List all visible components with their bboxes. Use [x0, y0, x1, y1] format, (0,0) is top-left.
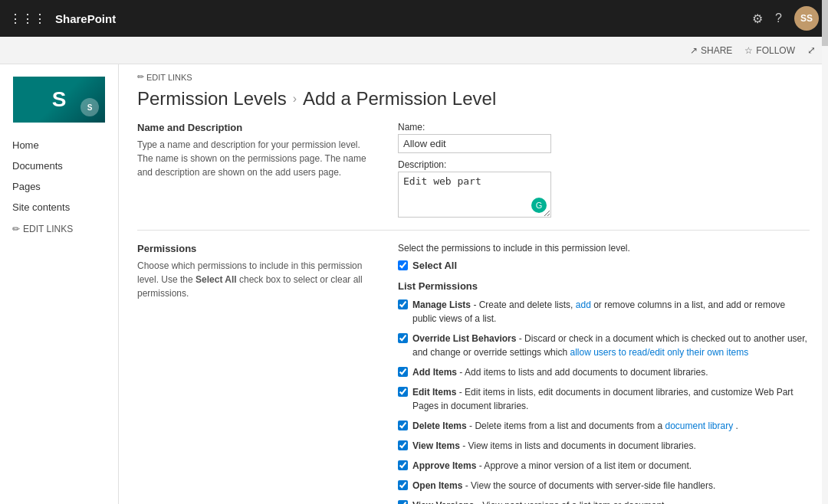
- perm-form-left: Permissions Choose which permissions to …: [137, 243, 367, 504]
- help-icon[interactable]: ?: [775, 11, 782, 25]
- view-versions-checkbox[interactable]: [398, 500, 408, 504]
- top-nav-left: ⋮⋮⋮ SharePoint: [9, 11, 116, 26]
- select-all-checkbox[interactable]: [398, 260, 408, 270]
- sidebar-item-documents[interactable]: Documents: [0, 155, 118, 176]
- breadcrumb: ✏ EDIT LINKS: [119, 64, 828, 85]
- follow-button[interactable]: ☆ FOLLOW: [744, 45, 795, 56]
- pencil-small-icon: ✏: [137, 72, 144, 82]
- share-icon: ↗: [690, 45, 698, 56]
- perm-item-delete-items: Delete Items - Delete items from a list …: [398, 419, 810, 433]
- app-name: SharePoint: [55, 12, 116, 25]
- open-items-checkbox[interactable]: [398, 480, 408, 490]
- expand-icon[interactable]: ⤢: [807, 44, 816, 56]
- name-label: Name:: [398, 122, 810, 133]
- perm-item-view-items: View Items - View items in lists and doc…: [398, 439, 810, 453]
- top-nav-right: ⚙ ? SS: [752, 6, 819, 31]
- site-logo: S S: [13, 77, 105, 123]
- sidebar: S S Home Documents Pages Site contents ✏…: [0, 64, 119, 504]
- sidebar-item-pages[interactable]: Pages: [0, 176, 118, 197]
- permissions-form-layout: Permissions Choose which permissions to …: [119, 243, 828, 504]
- page-title: Permission Levels › Add a Permission Lev…: [119, 85, 828, 122]
- edit-items-checkbox[interactable]: [398, 387, 408, 397]
- perm-item-open-items: Open Items - View the source of document…: [398, 479, 810, 493]
- perm-item-manage-lists: Manage Lists - Create and delete lists, …: [398, 298, 810, 326]
- perm-item-add-items: Add Items - Add items to lists and add d…: [398, 365, 810, 379]
- select-intro: Select the permissions to include in thi…: [398, 243, 810, 254]
- manage-lists-link[interactable]: add: [576, 299, 591, 310]
- select-all-row: Select All: [398, 260, 810, 271]
- perm-form-right: Select the permissions to include in thi…: [398, 243, 810, 504]
- perm-section-title: Permissions: [137, 243, 367, 254]
- add-items-checkbox[interactable]: [398, 367, 408, 377]
- pencil-icon: ✏: [12, 224, 20, 234]
- manage-lists-checkbox[interactable]: [398, 299, 408, 309]
- name-input[interactable]: [398, 134, 551, 153]
- delete-items-link[interactable]: document library: [665, 421, 733, 431]
- delete-items-checkbox[interactable]: [398, 421, 408, 430]
- select-all-bold: Select All: [196, 274, 237, 285]
- form-divider: [137, 230, 810, 231]
- list-perms-title: List Permissions: [398, 280, 810, 292]
- grammar-icon[interactable]: G: [531, 198, 547, 213]
- edit-links-button[interactable]: ✏ EDIT LINKS: [137, 72, 192, 82]
- sidebar-nav: Home Documents Pages Site contents: [0, 135, 118, 218]
- waffle-icon[interactable]: ⋮⋮⋮: [9, 11, 46, 26]
- site-logo-overlay: S: [80, 98, 99, 116]
- perm-item-view-versions: View Versions - View past versions of a …: [398, 499, 810, 504]
- top-navigation: ⋮⋮⋮ SharePoint ⚙ ? SS: [0, 0, 828, 37]
- share-button[interactable]: ↗ SHARE: [690, 45, 732, 56]
- settings-icon[interactable]: ⚙: [752, 11, 763, 26]
- perm-section-desc: Choose which permissions to include in t…: [137, 259, 367, 300]
- sidebar-edit-links[interactable]: ✏ EDIT LINKS: [0, 218, 118, 241]
- approve-items-checkbox[interactable]: [398, 460, 408, 470]
- form-right: Name: Description: Edit web part G: [398, 122, 810, 218]
- secondary-bar: ↗ SHARE ☆ FOLLOW ⤢: [0, 37, 828, 64]
- avatar[interactable]: SS: [794, 6, 819, 31]
- override-list-link[interactable]: allow users to read/edit only their own …: [570, 347, 748, 358]
- form-left: Name and Description Type a name and des…: [137, 122, 367, 218]
- sidebar-item-home[interactable]: Home: [0, 135, 118, 155]
- perm-item-override-list: Override List Behaviors - Discard or che…: [398, 332, 810, 359]
- perm-item-edit-items: Edit Items - Edit items in lists, edit d…: [398, 385, 810, 413]
- description-label: Description:: [398, 159, 810, 170]
- name-section-desc: Type a name and description for your per…: [137, 138, 367, 179]
- view-items-checkbox[interactable]: [398, 440, 408, 450]
- select-all-label: Select All: [412, 260, 457, 271]
- breadcrumb-separator: ›: [293, 92, 297, 106]
- scrollbar-thumb[interactable]: [822, 0, 828, 46]
- perm-item-approve-items: Approve Items - Approve a minor version …: [398, 459, 810, 473]
- name-section-title: Name and Description: [137, 122, 367, 133]
- sidebar-item-site-contents[interactable]: Site contents: [0, 197, 118, 218]
- scrollbar[interactable]: [822, 0, 828, 504]
- content-area: ✏ EDIT LINKS Permission Levels › Add a P…: [119, 64, 828, 504]
- form-layout: Name and Description Type a name and des…: [119, 122, 828, 218]
- description-textarea[interactable]: Edit web part: [398, 172, 551, 218]
- override-list-checkbox[interactable]: [398, 333, 408, 343]
- star-icon: ☆: [744, 45, 753, 56]
- main-layout: S S Home Documents Pages Site contents ✏…: [0, 64, 828, 504]
- description-wrap: Edit web part G: [398, 172, 551, 218]
